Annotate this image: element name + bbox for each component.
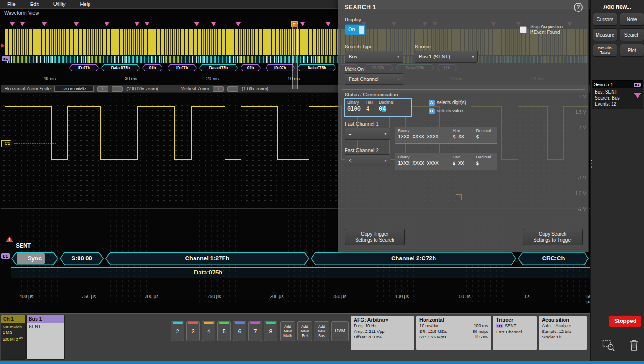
channel-color-strip — [188, 322, 198, 324]
status-hex-field[interactable]: Hex 4 — [363, 99, 376, 116]
horizontal-position-icon — [475, 335, 478, 338]
add-new-bus-button[interactable]: AddNewBus — [314, 321, 329, 341]
bus-data-value: Data:075h — [194, 269, 222, 276]
display-toggle[interactable]: On — [345, 24, 366, 35]
channel-3-button[interactable]: 3 — [186, 321, 200, 341]
menu-edit[interactable]: Edit — [30, 1, 39, 7]
chevron-down-icon: ▼ — [397, 74, 400, 85]
zoom-time-label: -150 µs — [331, 294, 346, 299]
search-panel-title: SEARCH 1 — [345, 4, 376, 11]
cursors-button[interactable]: Cursors — [593, 13, 617, 26]
channel-4-button[interactable]: 4 — [202, 321, 215, 341]
bus-field-segment[interactable]: Channel 2:C72h — [311, 252, 516, 265]
vzoom-increase-button[interactable]: + — [213, 86, 224, 92]
zoom-time-label: -250 µs — [206, 294, 221, 299]
fast-channel-1-value-editor[interactable]: Binary1XXX XXXX XXXX Hex$ XX Decimal$ — [395, 127, 497, 144]
bus-field-segment[interactable]: Channel 1:27Fh — [105, 252, 309, 265]
measure-button[interactable]: Measure — [593, 28, 617, 41]
search-button[interactable]: Search — [620, 28, 644, 41]
decode-segment: ID:07h — [266, 64, 295, 71]
settings-bar: Ch 1 500 mV/div 1 MΩ 500 MHzBw Bus 1 SEN… — [0, 313, 590, 361]
bus-badge[interactable]: B1 — [1, 253, 10, 259]
channel-8-button[interactable]: 8 — [264, 321, 277, 341]
menu-file[interactable]: File — [7, 1, 16, 7]
search-event-mark-icon[interactable] — [326, 22, 330, 26]
trash-icon[interactable] — [629, 339, 639, 352]
dvm-button[interactable]: DVM — [331, 321, 349, 341]
status-decimal-field[interactable]: Decimal 04 — [376, 99, 397, 116]
search-event-mark-icon[interactable] — [194, 22, 199, 26]
source-dropdown[interactable]: Bus 1 (SENT) ▼ — [415, 51, 478, 63]
search-event-mark-icon[interactable] — [211, 22, 216, 26]
hzoom-decrease-button[interactable]: − — [112, 86, 123, 92]
menu-utility[interactable]: Utility — [53, 1, 66, 7]
bus-field-segment[interactable]: S:00 00 — [60, 252, 104, 265]
copy-trigger-settings-button[interactable]: Copy Trigger Settings to Search — [345, 229, 405, 245]
vzoom-decrease-button[interactable]: − — [227, 86, 238, 92]
zoom-time-label: -400 µs — [18, 294, 33, 299]
fast-channel-2-operator-dropdown[interactable]: < ▼ — [345, 154, 390, 166]
display-label: Display — [345, 17, 361, 22]
horizontal-zoom-scale-value[interactable]: 50.00 us/div — [54, 86, 94, 92]
bus-1-badge[interactable]: Bus 1 SENT — [26, 315, 65, 360]
panel-splitter-handle[interactable] — [591, 158, 594, 169]
help-icon[interactable]: ? — [574, 3, 583, 12]
search-event-mark-icon[interactable] — [20, 22, 25, 26]
search-event-mark-icon[interactable] — [300, 22, 305, 26]
channel-color-strip — [204, 322, 214, 324]
afg-panel[interactable]: AFG: Arbitrary Freq: 10 Hz Amp: 2.211 Vp… — [351, 316, 414, 350]
bus-field-segment[interactable]: CRC:Ch — [518, 252, 589, 265]
channel-7-button[interactable]: 7 — [248, 321, 262, 341]
stop-acquisition-checkbox[interactable] — [520, 26, 527, 33]
overview-time-label: -20 ms — [205, 76, 219, 81]
trigger-position-marker[interactable]: T — [291, 21, 297, 27]
fast-channel-1-operator-dropdown[interactable]: = ▼ — [345, 128, 390, 140]
bus-field-segment[interactable]: Sync — [11, 252, 58, 265]
zoom-box-icon[interactable] — [602, 339, 615, 352]
horizontal-panel[interactable]: Horizontal 10 ms/div100 ms SR: 12.5 MS/s… — [416, 316, 491, 350]
oscilloscope-app: File Edit Utility Help Waveform View T B… — [0, 0, 644, 364]
fast-channel-2-label: Fast Channel 2 — [345, 148, 379, 153]
results-table-button[interactable]: Results Table — [593, 44, 617, 57]
zoom-window-indicator[interactable] — [292, 21, 298, 89]
vertical-zoom-factor: (1.00x zoom) — [242, 86, 268, 91]
search-event-mark-icon[interactable] — [236, 22, 241, 26]
decode-segment: Data:075h — [298, 64, 336, 71]
channel-2-button[interactable]: 2 — [171, 321, 184, 341]
menu-help[interactable]: Help — [80, 1, 91, 7]
mark-on-dropdown[interactable]: Fast Channel ▼ — [345, 73, 403, 85]
knob-a-icon: A — [429, 100, 435, 106]
decode-segment: Data:075h — [101, 64, 140, 71]
sent-bus-decode-lane[interactable]: SyncS:00 00Channel 1:27FhChannel 2:C72hC… — [11, 252, 590, 265]
search-event-mark-icon[interactable] — [42, 22, 47, 26]
acquisition-panel[interactable]: Acquisition Auto,Analyze Sample: 12 bits… — [539, 316, 587, 350]
add-new-ref-button[interactable]: AddNewRef — [297, 321, 312, 341]
stopped-button[interactable]: Stopped — [609, 315, 642, 327]
trigger-panel[interactable]: Trigger B1 SENT Fast Channel — [493, 316, 537, 350]
overview-bus-badge: B1 — [2, 56, 9, 61]
search-event-mark-icon[interactable] — [74, 22, 79, 26]
overview-time-label: -30 ms — [123, 76, 137, 81]
status-value-editor[interactable]: Binary 0100 Hex 4 Decimal 04 — [344, 98, 412, 117]
overview-time-label: -40 ms — [42, 76, 56, 81]
copy-search-settings-button[interactable]: Copy Search Settings to Trigger — [523, 229, 583, 245]
add-new-math-button[interactable]: AddNewMath — [280, 321, 295, 341]
channel-5-button[interactable]: 5 — [217, 321, 231, 341]
status-binary-field[interactable]: Binary 0100 — [345, 99, 363, 116]
note-button[interactable]: Note — [620, 13, 644, 26]
search-event-mark-icon[interactable] — [105, 22, 109, 26]
hzoom-increase-button[interactable]: + — [97, 86, 108, 92]
search-event-mark-icon[interactable] — [145, 22, 149, 26]
channel-6-button[interactable]: 6 — [233, 321, 246, 341]
search-event-mark-icon[interactable] — [135, 22, 139, 26]
bus-badge: B1 — [634, 83, 641, 87]
plot-button[interactable]: Plot — [620, 44, 644, 57]
channel-1-badge[interactable]: Ch 1 500 mV/div 1 MΩ 500 MHzBw — [1, 315, 26, 360]
selected-digit: 4 — [382, 106, 386, 112]
search-event-mark-icon[interactable] — [10, 22, 15, 26]
search-type-label: Search Type — [345, 44, 373, 49]
search-type-dropdown[interactable]: Bus ▼ — [345, 51, 403, 63]
search-result-card[interactable]: Search 1 B1 Bus: SENT Search: Bus Events… — [592, 80, 643, 109]
trigger-position-line — [459, 92, 459, 247]
fast-channel-2-value-editor[interactable]: Binary1XXX XXXX XXXX Hex$ XX Decimal$ — [395, 153, 497, 170]
